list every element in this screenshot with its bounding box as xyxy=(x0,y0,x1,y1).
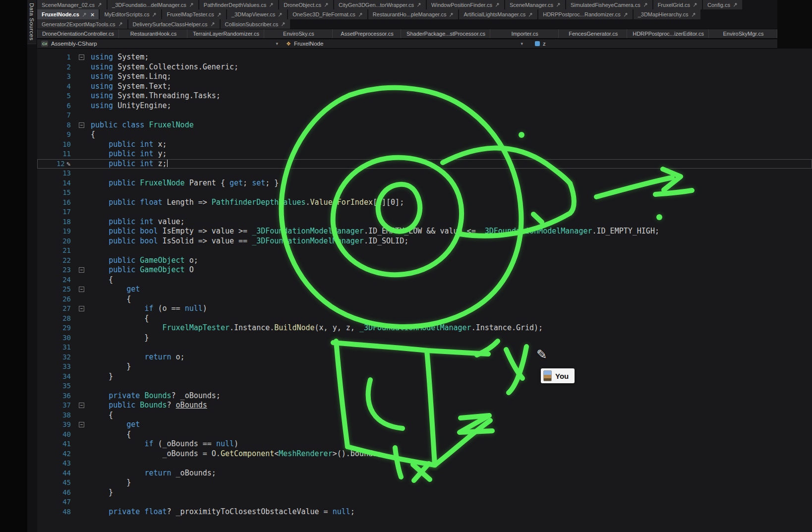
code-line-21[interactable]: 21 xyxy=(37,246,812,256)
code-text: { xyxy=(87,295,812,304)
code-line-20[interactable]: 20 public bool IsSolid => value == _3DFo… xyxy=(37,236,812,246)
tab-windowpositionfinder-cs[interactable]: WindowPositionFinder.cs xyxy=(427,0,504,9)
code-line-27[interactable]: 27− if (o == null) xyxy=(37,304,812,314)
code-line-22[interactable]: 22 public GameObject o; xyxy=(37,256,812,266)
tab-pathfinderdepthvalues-cs[interactable]: PathfinderDepthValues.cs xyxy=(199,0,278,9)
code-line-31[interactable]: 31 xyxy=(37,343,812,353)
tab-scenemanager-02-cs[interactable]: SceneManager_02.cs xyxy=(37,0,107,9)
code-line-23[interactable]: 23− public GameObject O xyxy=(37,265,812,275)
code-line-47[interactable]: 47 xyxy=(37,497,812,507)
fold-marker-icon[interactable]: − xyxy=(79,403,84,408)
tab-artificiallightsmanager-cs[interactable]: ArtificialLightsManager.cs xyxy=(459,9,537,19)
code-line-8[interactable]: 8−public class FruxelNode xyxy=(37,120,812,130)
tab-hdrppostproc-izereditor-cs[interactable]: HDRPPostproc...izerEditor.cs xyxy=(628,29,709,38)
tab-generator2exportmaptools-cs[interactable]: Generator2ExportMapTools.cs xyxy=(37,19,127,29)
tab-importer-cs[interactable]: Importer.cs xyxy=(491,29,559,38)
fold-marker-icon[interactable]: − xyxy=(79,55,84,60)
code-text: } xyxy=(87,362,812,372)
code-line-28[interactable]: 28 { xyxy=(37,314,812,324)
tab-scenemanager-cs[interactable]: SceneManager.cs xyxy=(505,0,565,9)
code-line-35[interactable]: 35 xyxy=(37,381,812,391)
fold-marker-icon[interactable]: − xyxy=(79,267,84,273)
tab--3dmaphierarchy-cs[interactable]: _3DMapHierarchy.cs xyxy=(634,9,700,19)
tab-droneorientationcontroller-cs[interactable]: DroneOrientationController.cs xyxy=(37,29,119,38)
tab-collisionsubscriber-cs[interactable]: CollisionSubscriber.cs xyxy=(221,19,290,29)
code-line-45[interactable]: 45 } xyxy=(37,478,812,488)
code-line-9[interactable]: 9{ xyxy=(37,130,812,140)
fold-column xyxy=(71,459,87,469)
tab-deliverysurfaceclasshelper-cs[interactable]: DeliverySurfaceClassHelper.cs xyxy=(128,19,220,29)
code-line-16[interactable]: 16 public float Length => PathfinderDept… xyxy=(37,198,812,208)
code-line-2[interactable]: 2using System.Collections.Generic; xyxy=(37,62,812,72)
code-line-40[interactable]: 40 { xyxy=(37,430,812,440)
code-line-38[interactable]: 38 { xyxy=(37,411,812,420)
fold-marker-icon[interactable]: − xyxy=(79,306,84,311)
code-line-7[interactable]: 7 xyxy=(37,111,812,120)
code-line-13[interactable]: 13 xyxy=(37,169,812,178)
code-line-12[interactable]: 12✎ public int z; xyxy=(37,159,812,169)
code-line-34[interactable]: 34 } xyxy=(37,372,812,382)
code-line-42[interactable]: 42 _oBounds = O.GetComponent<MeshRendere… xyxy=(37,449,812,459)
tab-enviroskymgr-cs[interactable]: EnviroSkyMgr.cs xyxy=(710,29,777,38)
code-line-6[interactable]: 6using UnityEngine; xyxy=(37,101,812,111)
code-line-11[interactable]: 11 public int y; xyxy=(37,149,812,159)
code-line-43[interactable]: 43 xyxy=(37,459,812,469)
code-line-26[interactable]: 26 { xyxy=(37,295,812,304)
tab-droneobject-cs[interactable]: DroneObject.cs xyxy=(279,0,333,9)
code-line-36[interactable]: 36 private Bounds? _oBounds; xyxy=(37,391,812,401)
code-line-1[interactable]: 1−using System; xyxy=(37,53,812,62)
breadcrumb-type-dropdown[interactable]: ❖ FruxelNode ▾ xyxy=(282,39,527,48)
code-line-48[interactable]: 48 private float? _proximityToClosestObs… xyxy=(37,507,812,517)
tab-restaurantho-plemanager-cs[interactable]: RestaurantHo...pleManager.cs xyxy=(368,9,459,19)
code-line-17[interactable]: 17 xyxy=(37,207,812,217)
tab-config-cs[interactable]: Config.cs xyxy=(703,0,742,9)
tab-onesec3d-fileformat-cs[interactable]: OneSec3D_FileFormat.cs xyxy=(288,9,367,19)
code-line-3[interactable]: 3using System.Linq; xyxy=(37,72,812,82)
close-icon[interactable]: × xyxy=(91,11,95,18)
code-line-32[interactable]: 32 return o; xyxy=(37,353,812,362)
tab-assetpreprocessor-cs[interactable]: AssetPreprocessor.cs xyxy=(334,29,401,38)
tab-fruxelgrid-cs[interactable]: FruxelGrid.cs xyxy=(653,0,702,9)
tab-hdrppostproc-randomizer-cs[interactable]: HDRPPostproc...Randomizer.cs xyxy=(538,9,633,19)
code-line-10[interactable]: 10 public int x; xyxy=(37,140,812,150)
code-line-18[interactable]: 18 public int value; xyxy=(37,217,812,227)
tab-myeditorscripts-cs[interactable]: MyEditorScripts.cs xyxy=(100,9,161,19)
tab-citygen3dgen-torwrapper-cs[interactable]: CityGen3DGen...torWrapper.cs xyxy=(334,0,426,9)
tab-shaderpackage-stprocessor-cs[interactable]: ShaderPackage...stProcessor.cs xyxy=(402,29,490,38)
fold-marker-icon[interactable]: − xyxy=(79,122,84,128)
code-editor[interactable]: 1−using System;2using System.Collections… xyxy=(37,49,812,532)
code-line-37[interactable]: 37− public Bounds? oBounds xyxy=(37,401,812,411)
code-line-24[interactable]: 24 { xyxy=(37,275,812,285)
code-line-46[interactable]: 46 } xyxy=(37,488,812,498)
tab-fencesgenerator-cs[interactable]: FencesGenerator.cs xyxy=(560,29,627,38)
code-line-33[interactable]: 33 } xyxy=(37,362,812,372)
breadcrumb-member-dropdown[interactable]: z xyxy=(527,39,550,48)
tab-fruxelmaptester-cs[interactable]: FruxelMapTester.cs xyxy=(162,9,226,19)
tab-envirosky-cs[interactable]: EnviroSky.cs xyxy=(265,29,333,38)
code-line-25[interactable]: 25− get xyxy=(37,285,812,295)
code-line-30[interactable]: 30 } xyxy=(37,333,812,343)
vs-window: Data Sources SceneManager_02.cs_3DFounda… xyxy=(0,0,812,532)
breadcrumb-project-dropdown[interactable]: C# Assembly-CSharp ▾ xyxy=(37,39,282,48)
code-line-29[interactable]: 29 FruxelMapTester.Instance.BuildNode(x,… xyxy=(37,323,812,333)
code-line-15[interactable]: 15 xyxy=(37,188,812,198)
code-line-44[interactable]: 44 return _oBounds; xyxy=(37,469,812,478)
tab--3dfoundatio-delmanager-cs[interactable]: _3DFoundatio...delManager.cs xyxy=(108,0,198,9)
tab-fruxelnode-cs[interactable]: FruxelNode.cs× xyxy=(37,9,99,19)
code-line-14[interactable]: 14 public FruxelNode Parent { get; set; … xyxy=(37,178,812,188)
fold-marker-icon[interactable]: − xyxy=(79,422,84,427)
tab-restauranthook-cs[interactable]: RestaurantHook.cs xyxy=(120,29,187,38)
fold-marker-icon[interactable]: − xyxy=(79,287,84,292)
code-line-19[interactable]: 19 public bool IsEmpty => value >= _3DFo… xyxy=(37,227,812,236)
tab-terrainlayerrandomizer-cs[interactable]: TerrainLayerRandomizer.cs xyxy=(188,29,264,38)
code-line-4[interactable]: 4using System.Text; xyxy=(37,82,812,92)
code-line-41[interactable]: 41 if (_oBounds == null) xyxy=(37,439,812,449)
document-tab-rows: SceneManager_02.cs_3DFoundatio...delMana… xyxy=(37,0,777,39)
sidebar-tab-data-sources[interactable]: Data Sources xyxy=(27,0,36,44)
tab--3dmapviewer-cs[interactable]: _3DMapViewer.cs xyxy=(227,9,287,19)
tab-simulatedfisheyecamera-cs[interactable]: SimulatedFisheyeCamera.cs xyxy=(566,0,652,9)
fold-column: − xyxy=(71,420,87,430)
fold-column xyxy=(71,82,87,92)
code-line-39[interactable]: 39− get xyxy=(37,420,812,430)
code-line-5[interactable]: 5using System.Threading.Tasks; xyxy=(37,91,812,101)
